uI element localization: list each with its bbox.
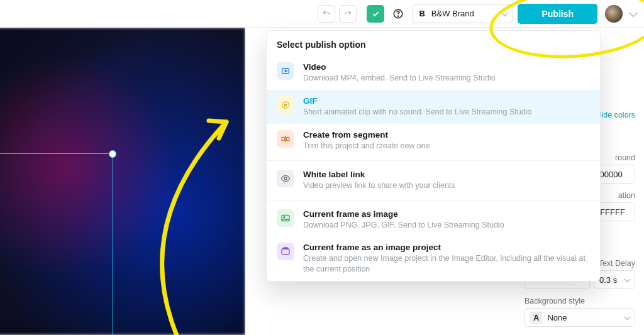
brand-name: B&W Brand [431, 9, 474, 18]
option-title: Create from segment [303, 130, 430, 140]
svg-rect-19 [284, 248, 288, 249]
user-menu-chevron-icon[interactable] [629, 8, 638, 16]
option-desc: Download PNG, JPG, GIF. Send to Live Str… [303, 220, 504, 231]
redo-button[interactable] [339, 5, 357, 23]
publish-option-image[interactable]: Current frame as imageDownload PNG, JPG,… [267, 203, 600, 237]
svg-point-1 [398, 16, 399, 16]
option-title: GIF [303, 96, 531, 106]
option-title: Video [303, 62, 496, 72]
bgstyle-select[interactable]: ANone [525, 308, 635, 327]
selection-handle-icon[interactable] [109, 150, 116, 158]
publish-option-segment[interactable]: Create from segmentTrim this project and… [267, 124, 600, 158]
option-desc: Video preview link to share with your cl… [303, 180, 455, 191]
publish-option-project[interactable]: Current frame as an image projectCreate … [267, 236, 600, 281]
gif-icon [277, 96, 294, 114]
option-title: White label link [303, 170, 455, 179]
undo-redo-group [318, 5, 357, 23]
avatar[interactable] [605, 5, 623, 23]
option-desc: Download MP4, embed. Send to Live Stream… [303, 73, 496, 84]
image-icon [277, 209, 294, 227]
option-title: Current frame as image [303, 209, 504, 219]
hide-colors-link[interactable]: Hide colors [596, 111, 635, 119]
dropdown-header: Select publish option [267, 31, 600, 56]
eye-icon [277, 170, 294, 187]
status-ok-icon [367, 5, 384, 23]
publish-dropdown: Select publish option VideoDownload MP4,… [266, 30, 601, 282]
brand-selector[interactable]: B B&W Brand [412, 4, 513, 23]
bgstyle-label: Background style [525, 297, 635, 305]
svg-rect-13 [286, 137, 289, 140]
canvas-preview[interactable]: ate ur [0, 28, 245, 335]
top-bar: B B&W Brand Publish [0, 0, 644, 28]
undo-button[interactable] [318, 5, 335, 23]
publish-button[interactable]: Publish [518, 4, 597, 24]
brand-bold-icon: B [419, 9, 425, 18]
video-icon [277, 62, 294, 80]
publish-option-eye[interactable]: White label linkVideo preview link to sh… [267, 163, 600, 197]
svg-rect-18 [282, 249, 289, 255]
segment-icon [277, 130, 294, 148]
option-desc: Create and open new Image project in the… [303, 253, 590, 275]
selection-box[interactable] [0, 153, 113, 335]
svg-point-15 [284, 177, 287, 180]
option-desc: Trim this project and create new one [303, 141, 430, 151]
project-icon [277, 243, 294, 260]
help-button[interactable] [389, 5, 407, 23]
svg-point-17 [284, 216, 285, 217]
publish-option-gif[interactable]: GIFShort animated clip with no sound. Se… [267, 90, 600, 124]
svg-rect-12 [282, 137, 285, 140]
publish-option-video[interactable]: VideoDownload MP4, embed. Send to Live S… [267, 56, 600, 90]
option-desc: Short animated clip with no sound. Send … [303, 107, 531, 118]
option-title: Current frame as an image project [303, 243, 590, 252]
svg-marker-11 [285, 104, 287, 106]
svg-marker-9 [285, 70, 287, 72]
